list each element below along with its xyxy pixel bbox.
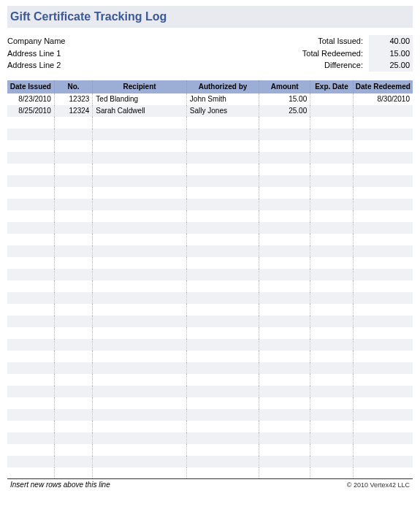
table-cell[interactable] — [54, 199, 93, 210]
table-cell[interactable] — [186, 386, 259, 397]
table-cell[interactable] — [7, 432, 54, 444]
table-cell[interactable] — [353, 409, 413, 421]
table-cell[interactable] — [93, 421, 187, 432]
table-cell[interactable] — [7, 164, 54, 175]
table-cell[interactable]: Ted Blanding — [93, 93, 187, 105]
table-cell[interactable] — [54, 327, 93, 339]
table-cell[interactable] — [353, 269, 413, 280]
table-cell[interactable] — [93, 140, 187, 152]
table-cell[interactable] — [7, 117, 54, 129]
table-cell[interactable] — [353, 444, 413, 456]
table-cell[interactable] — [186, 140, 259, 152]
table-cell[interactable] — [7, 374, 54, 386]
table-cell[interactable] — [54, 129, 93, 140]
table-cell[interactable] — [353, 339, 413, 351]
table-cell[interactable] — [93, 456, 187, 467]
table-cell[interactable] — [310, 222, 353, 234]
table-cell[interactable] — [310, 269, 353, 280]
table-cell[interactable] — [93, 175, 187, 187]
table-cell[interactable] — [7, 304, 54, 316]
table-cell[interactable] — [353, 304, 413, 316]
table-cell[interactable] — [54, 269, 93, 280]
table-cell[interactable]: 15.00 — [259, 93, 310, 105]
table-cell[interactable] — [7, 421, 54, 432]
table-cell[interactable] — [353, 316, 413, 327]
table-cell[interactable] — [310, 187, 353, 199]
table-cell[interactable] — [310, 129, 353, 140]
table-cell[interactable] — [93, 210, 187, 222]
table-cell[interactable] — [353, 175, 413, 187]
table-cell[interactable] — [186, 117, 259, 129]
table-cell[interactable] — [7, 222, 54, 234]
table-cell[interactable] — [259, 257, 310, 269]
table-cell[interactable] — [186, 351, 259, 362]
table-cell[interactable] — [7, 397, 54, 409]
table-cell[interactable] — [93, 152, 187, 164]
table-cell[interactable] — [310, 93, 353, 105]
table-cell[interactable] — [259, 210, 310, 222]
table-cell[interactable] — [353, 456, 413, 467]
table-cell[interactable] — [353, 386, 413, 397]
table-cell[interactable] — [310, 234, 353, 245]
table-cell[interactable] — [93, 444, 187, 456]
table-cell[interactable] — [353, 245, 413, 257]
table-cell[interactable] — [353, 421, 413, 432]
table-cell[interactable]: 12324 — [54, 105, 93, 117]
table-cell[interactable] — [259, 327, 310, 339]
table-cell[interactable] — [186, 257, 259, 269]
table-cell[interactable] — [93, 187, 187, 199]
table-cell[interactable] — [310, 316, 353, 327]
table-cell[interactable] — [54, 397, 93, 409]
table-cell[interactable] — [93, 409, 187, 421]
table-cell[interactable] — [259, 467, 310, 479]
table-cell[interactable] — [7, 444, 54, 456]
table-cell[interactable] — [186, 339, 259, 351]
table-cell[interactable] — [7, 316, 54, 327]
table-cell[interactable] — [259, 140, 310, 152]
table-cell[interactable] — [7, 210, 54, 222]
table-cell[interactable] — [54, 362, 93, 374]
table-cell[interactable] — [353, 117, 413, 129]
table-cell[interactable] — [54, 304, 93, 316]
table-cell[interactable] — [7, 362, 54, 374]
table-cell[interactable] — [186, 362, 259, 374]
table-cell[interactable] — [186, 456, 259, 467]
table-cell[interactable] — [186, 210, 259, 222]
table-cell[interactable] — [353, 187, 413, 199]
table-cell[interactable] — [93, 351, 187, 362]
table-cell[interactable] — [310, 257, 353, 269]
table-cell[interactable] — [310, 351, 353, 362]
table-cell[interactable] — [310, 175, 353, 187]
table-cell[interactable]: John Smith — [186, 93, 259, 105]
table-cell[interactable] — [353, 432, 413, 444]
table-cell[interactable] — [54, 210, 93, 222]
table-cell[interactable]: Sarah Caldwell — [93, 105, 187, 117]
table-cell[interactable] — [310, 386, 353, 397]
table-cell[interactable] — [353, 362, 413, 374]
table-cell[interactable] — [186, 187, 259, 199]
table-cell[interactable] — [93, 339, 187, 351]
table-cell[interactable] — [54, 339, 93, 351]
table-cell[interactable] — [93, 374, 187, 386]
table-cell[interactable]: 8/30/2010 — [353, 93, 413, 105]
table-cell[interactable] — [186, 199, 259, 210]
table-cell[interactable] — [186, 292, 259, 304]
table-cell[interactable] — [186, 444, 259, 456]
table-cell[interactable] — [7, 129, 54, 140]
table-cell[interactable] — [259, 386, 310, 397]
table-cell[interactable] — [54, 467, 93, 479]
table-cell[interactable] — [259, 316, 310, 327]
table-cell[interactable] — [93, 362, 187, 374]
table-cell[interactable] — [54, 316, 93, 327]
table-cell[interactable] — [54, 175, 93, 187]
table-cell[interactable] — [7, 257, 54, 269]
table-cell[interactable] — [310, 245, 353, 257]
table-cell[interactable] — [186, 280, 259, 292]
table-cell[interactable] — [186, 222, 259, 234]
table-cell[interactable] — [353, 397, 413, 409]
table-cell[interactable] — [353, 140, 413, 152]
table-cell[interactable] — [54, 432, 93, 444]
table-cell[interactable] — [310, 210, 353, 222]
table-cell[interactable] — [353, 374, 413, 386]
table-cell[interactable] — [93, 199, 187, 210]
